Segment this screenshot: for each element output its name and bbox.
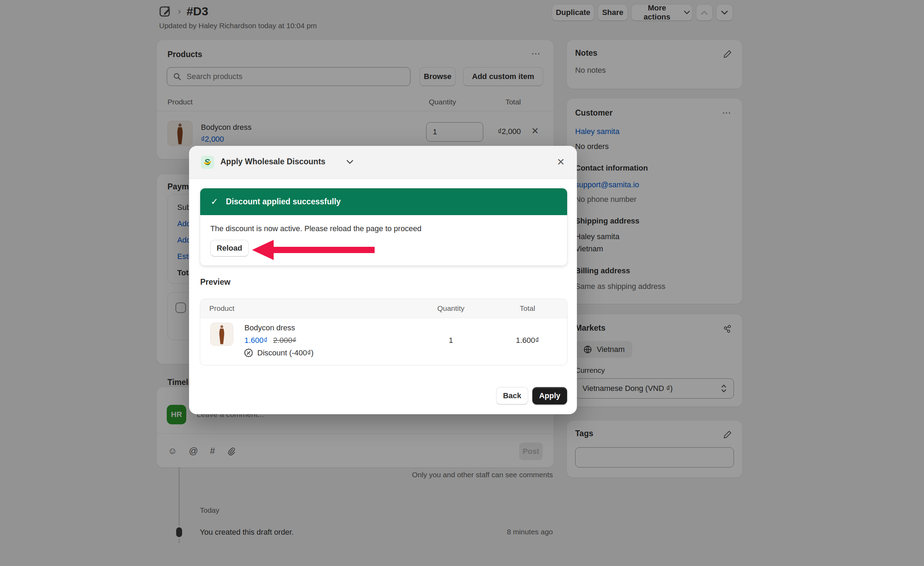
modal-header: S Apply Wholesale Discounts ✕ [189, 146, 577, 179]
modal-title: Apply Wholesale Discounts [220, 157, 326, 166]
annotation-arrow [252, 240, 375, 260]
preview-product-thumbnail [210, 323, 233, 346]
draft-order-page: › #D3 Updated by Haley Richardson today … [0, 0, 924, 566]
preview-table: Product Quantity Total Bodycon dress 1.6… [200, 299, 567, 365]
modal-title-chevron-icon[interactable] [346, 160, 353, 164]
preview-discount-row: Discount (-400₫) [243, 348, 314, 358]
preview-col-quantity: Quantity [416, 304, 486, 313]
reload-button[interactable]: Reload [210, 240, 249, 256]
preview-col-product: Product [209, 304, 234, 313]
preview-old-price: 2.000₫ [273, 336, 296, 344]
success-banner-header: ✓ Discount applied successfully [200, 188, 567, 215]
preview-total: 1.600₫ [493, 336, 562, 345]
preview-quantity: 1 [416, 336, 486, 345]
apply-button[interactable]: Apply [532, 387, 567, 404]
banner-title: Discount applied successfully [226, 197, 341, 207]
preview-title: Preview [200, 277, 231, 287]
back-button[interactable]: Back [496, 387, 528, 404]
banner-body: The discount is now active. Please reloa… [210, 224, 422, 233]
wholesale-discounts-modal: S Apply Wholesale Discounts ✕ ✓ Discount… [189, 146, 577, 414]
discount-badge-icon [243, 348, 254, 358]
preview-col-total: Total [493, 304, 562, 313]
preview-discount-label: Discount (-400₫) [257, 349, 314, 358]
check-icon: ✓ [211, 196, 218, 207]
preview-prices: 1.600₫ 2.000₫ [244, 336, 296, 345]
modal-close-icon[interactable]: ✕ [557, 156, 565, 168]
preview-table-header: Product Quantity Total [200, 299, 567, 318]
app-icon: S [201, 156, 214, 169]
preview-product-name: Bodycon dress [244, 323, 295, 332]
preview-new-price[interactable]: 1.600₫ [244, 336, 267, 344]
